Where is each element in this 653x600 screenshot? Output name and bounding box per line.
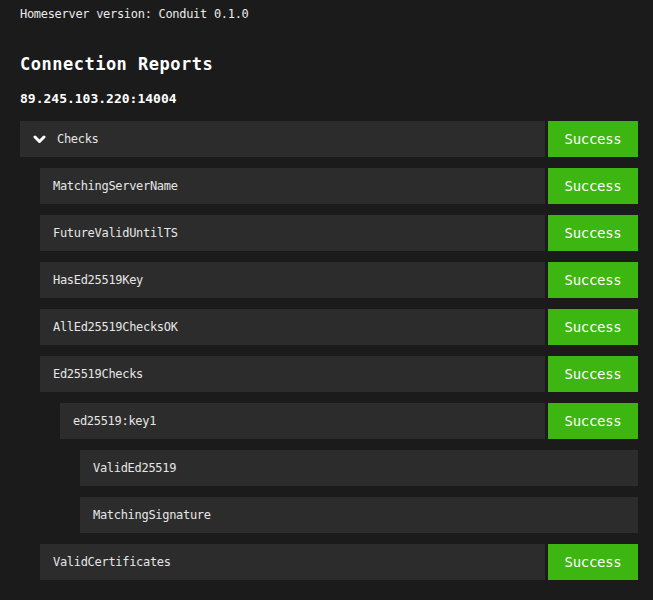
homeserver-version-text: Homeserver version: Conduit 0.1.0 — [20, 7, 638, 22]
row-label-text: ValidEd25519 — [93, 461, 176, 475]
status-badge: Success — [548, 262, 638, 298]
status-badge: Success — [548, 309, 638, 345]
status-badge: Success — [548, 544, 638, 580]
row-label-text: ed25519:key1 — [73, 414, 156, 428]
status-badge: Success — [548, 356, 638, 392]
row-label-text: AllEd25519ChecksOK — [53, 320, 178, 334]
row-label: Ed25519Checks — [40, 356, 545, 392]
report-row: MatchingSignature — [80, 497, 638, 533]
report-row: ChecksSuccess — [20, 121, 638, 157]
report-row: MatchingServerNameSuccess — [40, 168, 638, 204]
status-badge: Success — [548, 215, 638, 251]
status-badge: Success — [548, 168, 638, 204]
report-row: AllEd25519ChecksOKSuccess — [40, 309, 638, 345]
row-label-text: FutureValidUntilTS — [53, 226, 178, 240]
row-label: MatchingServerName — [40, 168, 545, 204]
row-label-text: Checks — [57, 132, 99, 146]
report-row: ValidEd25519 — [80, 450, 638, 486]
row-label: AllEd25519ChecksOK — [40, 309, 545, 345]
row-label-text: ValidCertificates — [53, 555, 171, 569]
connection-report-page: Homeserver version: Conduit 0.1.0 Connec… — [20, 7, 638, 580]
status-badge: Success — [548, 121, 638, 157]
row-label-text: MatchingSignature — [93, 508, 211, 522]
row-label: HasEd25519Key — [40, 262, 545, 298]
report-list: ChecksSuccessMatchingServerNameSuccessFu… — [20, 121, 638, 580]
row-label: ed25519:key1 — [60, 403, 545, 439]
status-badge: Success — [548, 403, 638, 439]
report-row: HasEd25519KeySuccess — [40, 262, 638, 298]
row-label-text: Ed25519Checks — [53, 367, 143, 381]
report-row: FutureValidUntilTSSuccess — [40, 215, 638, 251]
report-row: ValidCertificatesSuccess — [40, 544, 638, 580]
report-row: Ed25519ChecksSuccess — [40, 356, 638, 392]
chevron-down-icon — [33, 135, 46, 144]
row-label-text: MatchingServerName — [53, 179, 178, 193]
page-title: Connection Reports — [20, 54, 638, 74]
server-address: 89.245.103.220:14004 — [20, 91, 638, 106]
expandable-row-header[interactable]: Checks — [20, 121, 545, 157]
row-label: MatchingSignature — [80, 497, 638, 533]
row-label: FutureValidUntilTS — [40, 215, 545, 251]
row-label: ValidCertificates — [40, 544, 545, 580]
row-label-text: HasEd25519Key — [53, 273, 143, 287]
report-row: ed25519:key1Success — [60, 403, 638, 439]
row-label: ValidEd25519 — [80, 450, 638, 486]
